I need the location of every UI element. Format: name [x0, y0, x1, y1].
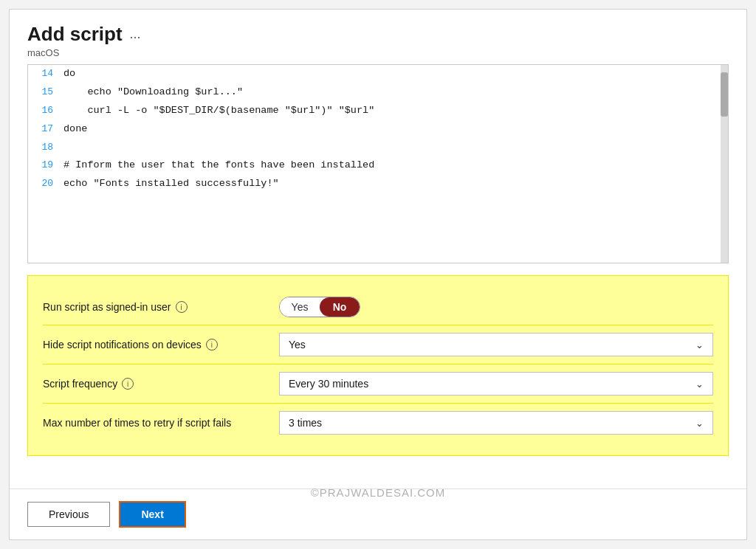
script-frequency-label-text: Script frequency — [43, 378, 117, 390]
code-line: 15 echo "Downloading $url..." — [28, 83, 728, 102]
max-retry-label: Max number of times to retry if script f… — [43, 417, 279, 429]
max-retry-arrow: ⌄ — [695, 418, 704, 429]
footer: Previous Next — [10, 488, 746, 539]
page-title: Add script — [27, 23, 123, 46]
run-as-user-info-icon[interactable]: i — [176, 301, 188, 313]
max-retry-select[interactable]: 3 times ⌄ — [279, 411, 713, 435]
code-line: 16 curl -L -o "$DEST_DIR/$(basename "$ur… — [28, 102, 728, 120]
script-frequency-arrow: ⌄ — [695, 379, 704, 390]
script-frequency-select[interactable]: Every 30 minutes ⌄ — [279, 372, 713, 396]
hide-notifications-select[interactable]: Yes ⌄ — [279, 333, 713, 356]
scrollbar[interactable] — [721, 65, 728, 263]
line-content: do — [63, 66, 83, 83]
line-number: 14 — [28, 66, 63, 82]
max-retry-row: Max number of times to retry if script f… — [43, 404, 713, 442]
line-content: echo "Fonts installed successfully!" — [63, 176, 286, 193]
script-frequency-value: Every 30 minutes — [289, 378, 368, 390]
script-frequency-row: Script frequency i Every 30 minutes ⌄ — [43, 365, 713, 404]
line-number: 15 — [28, 84, 63, 100]
line-number: 17 — [28, 121, 63, 137]
script-frequency-label: Script frequency i — [43, 378, 279, 390]
toggle-no[interactable]: No — [320, 297, 360, 317]
code-line: 18 — [28, 139, 728, 156]
main-container: Add script ... macOS 14do15 echo "Downlo… — [9, 9, 747, 540]
code-line: 17done — [28, 120, 728, 139]
code-line: 14do — [28, 65, 728, 83]
code-line: 20echo "Fonts installed successfully!" — [28, 175, 728, 193]
hide-notifications-control[interactable]: Yes ⌄ — [279, 333, 713, 356]
line-content: done — [63, 121, 94, 138]
toggle-group[interactable]: Yes No — [279, 297, 360, 317]
next-button[interactable]: Next — [119, 501, 185, 528]
line-number: 18 — [28, 139, 63, 156]
ellipsis-icon[interactable]: ... — [130, 27, 141, 42]
max-retry-control[interactable]: 3 times ⌄ — [279, 411, 713, 435]
run-as-user-label-text: Run script as signed-in user — [43, 301, 171, 313]
previous-button[interactable]: Previous — [27, 502, 110, 527]
hide-notifications-value: Yes — [289, 339, 306, 351]
script-frequency-control[interactable]: Every 30 minutes ⌄ — [279, 372, 713, 396]
line-number: 16 — [28, 103, 63, 119]
max-retry-value: 3 times — [289, 417, 322, 429]
scrollbar-thumb[interactable] — [721, 72, 728, 117]
title-row: Add script ... — [27, 23, 729, 46]
code-lines: 14do15 echo "Downloading $url..."16 curl… — [28, 65, 728, 193]
max-retry-label-text: Max number of times to retry if script f… — [43, 417, 231, 429]
line-number: 20 — [28, 176, 63, 192]
code-line: 19# Inform the user that the fonts have … — [28, 156, 728, 175]
settings-section: Run script as signed-in user i Yes No Hi… — [27, 275, 729, 456]
hide-notifications-label-text: Hide script notifications on devices — [43, 339, 202, 351]
run-as-user-control: Yes No — [279, 297, 713, 317]
run-as-user-label: Run script as signed-in user i — [43, 301, 279, 313]
line-content: curl -L -o "$DEST_DIR/$(basename "$url")… — [63, 103, 382, 120]
toggle-yes[interactable]: Yes — [280, 297, 320, 317]
run-as-user-row: Run script as signed-in user i Yes No — [43, 289, 713, 325]
line-content: echo "Downloading $url..." — [63, 84, 250, 101]
code-editor: 14do15 echo "Downloading $url..."16 curl… — [27, 64, 729, 263]
hide-notifications-label: Hide script notifications on devices i — [43, 339, 279, 351]
page-subtitle: macOS — [27, 47, 729, 58]
script-frequency-info-icon[interactable]: i — [122, 378, 134, 390]
hide-notifications-row: Hide script notifications on devices i Y… — [43, 325, 713, 365]
line-content: # Inform the user that the fonts have be… — [63, 157, 382, 174]
hide-notifications-info-icon[interactable]: i — [206, 339, 218, 351]
page-header: Add script ... macOS — [10, 10, 746, 64]
line-number: 19 — [28, 157, 63, 173]
hide-notifications-arrow: ⌄ — [695, 339, 704, 351]
